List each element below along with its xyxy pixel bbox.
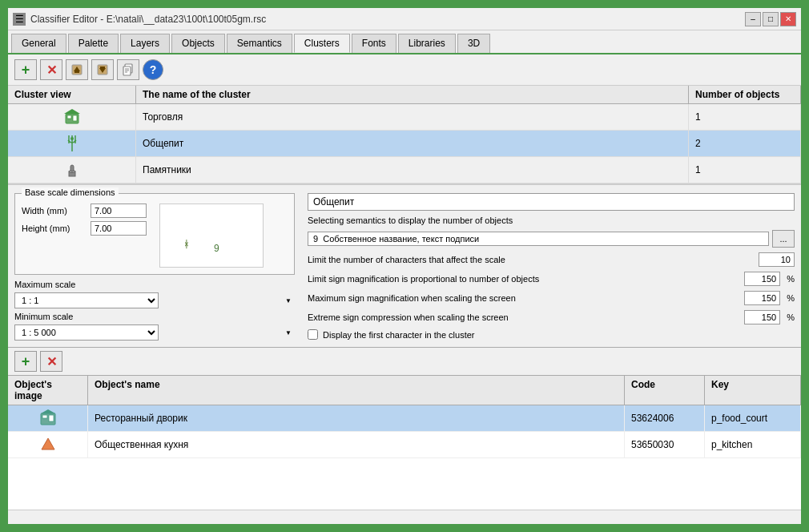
- max-scale-label: Maximum scale: [14, 280, 295, 289]
- object-key-food-court: p_food_court: [705, 405, 801, 431]
- main-toolbar: + ✕ ?: [8, 54, 801, 86]
- cluster-name-торговля: Торговля: [136, 104, 689, 130]
- titlebar: ☰ Classifier Editor - E:\natali\__data23…: [8, 8, 801, 30]
- cluster-count-торговля: 1: [689, 104, 801, 130]
- objects-col-name: Object's name: [88, 376, 625, 405]
- status-bar: [8, 510, 801, 524]
- cluster-name-display: Общепит: [308, 193, 795, 211]
- close-button[interactable]: ✕: [780, 12, 796, 26]
- minimize-button[interactable]: –: [745, 12, 761, 26]
- width-label: Width (mm): [22, 206, 86, 216]
- table-row[interactable]: Ресторанный дворик 53624006 p_food_court: [8, 405, 801, 432]
- table-row[interactable]: Торговля 1: [8, 104, 801, 131]
- cluster-icon-памятники: [8, 157, 136, 183]
- cluster-table: Cluster view The name of the cluster Num…: [8, 86, 801, 183]
- object-code-kitchen: 53650030: [625, 432, 705, 457]
- svg-rect-25: [42, 415, 47, 418]
- tab-clusters[interactable]: Clusters: [294, 34, 350, 53]
- display-first-checkbox[interactable]: [308, 329, 318, 340]
- min-scale-label: Minimum scale: [14, 312, 295, 321]
- tab-layers[interactable]: Layers: [120, 34, 170, 53]
- display-first-label: Display the first character in the clust…: [323, 330, 475, 340]
- tab-libraries[interactable]: Libraries: [398, 34, 456, 53]
- cluster-name-памятники: Памятники: [136, 157, 689, 183]
- preview-area: ᚼ 9: [159, 204, 264, 268]
- add-object-button[interactable]: +: [14, 351, 37, 372]
- cluster-col-count: Number of objects: [689, 86, 801, 103]
- tab-3d[interactable]: 3D: [457, 34, 490, 53]
- copy-icon: [122, 63, 135, 76]
- semantics-input[interactable]: [308, 232, 769, 246]
- max-magnif-unit: %: [787, 293, 795, 303]
- tab-general[interactable]: General: [11, 34, 66, 53]
- move-down-icon: [96, 63, 109, 76]
- cluster-col-name: The name of the cluster: [136, 86, 689, 103]
- table-row[interactable]: Общественная кухня 53650030 p_kitchen: [8, 432, 801, 458]
- move-down-button[interactable]: [91, 59, 114, 80]
- object-code-food-court: 53624006: [625, 405, 705, 431]
- svg-rect-12: [67, 115, 71, 119]
- base-scale-title: Base scale dimensions: [22, 187, 119, 197]
- preview-symbol: ᚼ 9: [175, 208, 248, 264]
- object-key-kitchen: p_kitchen: [705, 432, 801, 457]
- compress-label: Extreme sign compression when scaling th…: [308, 312, 738, 322]
- cluster-count-общепит: 2: [689, 131, 801, 156]
- semantics-browse-button[interactable]: ...: [772, 230, 795, 248]
- window-title: Classifier Editor - E:\natali\__data23\1…: [30, 14, 266, 25]
- copy-button[interactable]: [117, 59, 139, 80]
- delete-cluster-button[interactable]: ✕: [40, 59, 62, 80]
- window-icon: ☰: [13, 13, 26, 26]
- cluster-count-памятники: 1: [689, 157, 801, 183]
- max-scale-dropdown[interactable]: 1 : 1: [14, 292, 159, 308]
- tab-objects[interactable]: Objects: [171, 34, 225, 53]
- add-cluster-button[interactable]: +: [14, 59, 37, 80]
- objects-col-key: Key: [705, 376, 801, 405]
- svg-text:ᚼ: ᚼ: [183, 239, 189, 250]
- object-image-kitchen: [8, 432, 88, 457]
- tab-fonts[interactable]: Fonts: [352, 34, 396, 53]
- objects-table-header: Object's image Object's name Code Key: [8, 376, 801, 405]
- compress-input[interactable]: [744, 310, 780, 324]
- limit-magnif-input[interactable]: [744, 272, 780, 286]
- object-image-food-court: [8, 405, 88, 431]
- svg-point-18: [70, 137, 74, 140]
- objects-col-code: Code: [625, 376, 705, 405]
- window-controls: – □ ✕: [745, 12, 796, 26]
- cluster-col-view: Cluster view: [8, 86, 136, 103]
- semantics-label: Selecting semantics to display the numbe…: [308, 216, 795, 225]
- properties-panel: Base scale dimensions Width (mm) Height …: [8, 183, 801, 348]
- move-up-icon: [70, 63, 83, 76]
- objects-col-image: Object's image: [8, 376, 88, 405]
- help-button[interactable]: ?: [143, 59, 163, 80]
- table-row[interactable]: Общепит 2: [8, 131, 801, 157]
- tab-semantics[interactable]: Semantics: [227, 34, 292, 53]
- cluster-table-header: Cluster view The name of the cluster Num…: [8, 86, 801, 104]
- tab-palette[interactable]: Palette: [68, 34, 119, 53]
- max-magnif-label: Maximum sign magnification when scaling …: [308, 293, 738, 303]
- width-input[interactable]: [91, 204, 147, 218]
- svg-marker-28: [42, 438, 54, 449]
- svg-rect-5: [100, 66, 105, 68]
- cluster-icon-общепит: [8, 131, 136, 156]
- cluster-icon-торговля: [8, 104, 136, 130]
- limit-chars-input[interactable]: [759, 252, 795, 267]
- svg-rect-26: [49, 415, 54, 421]
- height-label: Height (mm): [22, 224, 86, 233]
- restore-button[interactable]: □: [763, 12, 779, 26]
- svg-rect-21: [70, 165, 74, 171]
- height-input[interactable]: [91, 221, 147, 236]
- cluster-name-общепит: Общепит: [136, 131, 689, 156]
- table-row[interactable]: Памятники 1: [8, 157, 801, 183]
- content-area: Cluster view The name of the cluster Num…: [8, 86, 801, 510]
- compress-unit: %: [787, 312, 795, 322]
- tabs-bar: General Palette Layers Objects Semantics…: [8, 30, 801, 54]
- object-name-food-court: Ресторанный дворик: [88, 405, 625, 431]
- min-scale-dropdown[interactable]: 1 : 5 000: [14, 324, 159, 341]
- limit-magnif-label: Limit sign magnification is proportional…: [308, 274, 738, 284]
- svg-marker-14: [64, 109, 80, 114]
- delete-object-button[interactable]: ✕: [40, 351, 62, 372]
- move-up-button[interactable]: [66, 59, 88, 80]
- svg-rect-2: [74, 71, 79, 73]
- max-magnif-input[interactable]: [744, 291, 780, 305]
- bottom-toolbar: + ✕: [8, 348, 801, 376]
